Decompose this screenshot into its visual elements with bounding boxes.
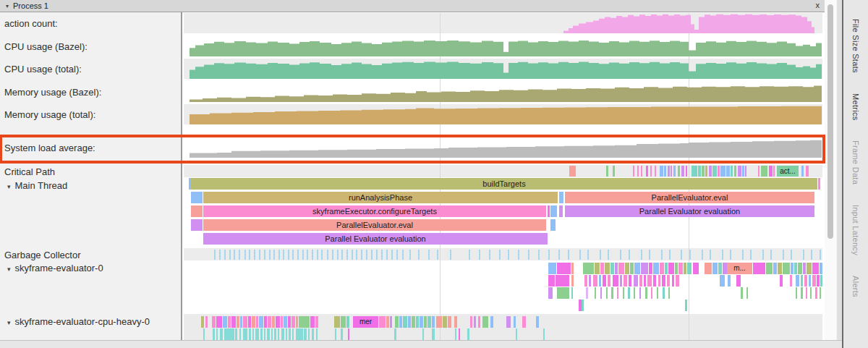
trace-slice[interactable]: [676, 275, 679, 287]
counter-chart-memory-usage-bazel[interactable]: [184, 82, 825, 102]
trace-slice[interactable]: [229, 250, 231, 260]
vertical-scrollbar-thumb[interactable]: [827, 4, 833, 239]
counter-chart-action-count[interactable]: [184, 13, 825, 33]
trace-slice[interactable]: [649, 250, 650, 260]
counter-chart-memory-usage-total[interactable]: [184, 104, 825, 124]
trace-slice[interactable]: [589, 275, 591, 287]
trace-slice[interactable]: [281, 328, 284, 340]
trace-slice[interactable]: [773, 166, 775, 177]
trace-slice[interactable]: [668, 287, 670, 299]
trace-slice[interactable]: [673, 166, 676, 177]
trace-slice[interactable]: [516, 328, 517, 340]
trace-slice[interactable]: [390, 316, 392, 328]
trace-slice[interactable]: [766, 263, 773, 274]
trace-slice[interactable]: [750, 250, 752, 260]
trace-slice[interactable]: [745, 166, 746, 177]
trace-slice[interactable]: [641, 166, 642, 177]
slice-parallelevaluator-eval[interactable]: ParallelEvaluator.eval: [565, 192, 814, 203]
trace-slice[interactable]: [327, 250, 328, 260]
trace-slice[interactable]: [352, 250, 353, 260]
trace-slice[interactable]: [289, 328, 291, 340]
trace-slice[interactable]: [675, 263, 678, 274]
trace-slice[interactable]: [668, 263, 674, 274]
trace-slice[interactable]: [341, 316, 346, 328]
trace-slice[interactable]: [639, 275, 642, 287]
trace-slice[interactable]: [812, 275, 816, 287]
trace-slice[interactable]: [506, 316, 511, 328]
trace-slice[interactable]: [214, 250, 216, 260]
trace-slice[interactable]: [686, 166, 687, 177]
slice-parallel-evaluator-evaluation[interactable]: Parallel Evaluator evaluation: [203, 233, 548, 245]
trace-slice[interactable]: [381, 250, 383, 260]
trace-slice[interactable]: [297, 250, 299, 260]
trace-slice[interactable]: [568, 250, 569, 260]
trace-slice[interactable]: [376, 250, 378, 260]
tab-frame-data[interactable]: Frame Data: [851, 140, 860, 184]
trace-slice[interactable]: [243, 328, 247, 340]
trace-slice[interactable]: [778, 263, 782, 274]
trace-slice[interactable]: [490, 316, 493, 328]
row-label-skyframe-evaluator-0[interactable]: ▾skyframe-evaluator-0: [0, 262, 184, 274]
trace-slice[interactable]: [801, 166, 804, 177]
trace-slice[interactable]: [810, 287, 812, 299]
trace-slice[interactable]: [315, 316, 318, 328]
trace-slice[interactable]: [288, 250, 289, 260]
counter-chart-cpu-usage-total[interactable]: [184, 59, 825, 79]
trace-slice[interactable]: [718, 263, 722, 274]
trace-slice[interactable]: [205, 316, 208, 328]
trace-slice[interactable]: [660, 263, 664, 274]
trace-slice[interactable]: [653, 263, 659, 274]
trace-slice[interactable]: [728, 275, 731, 287]
trace-slice[interactable]: [606, 166, 608, 177]
trace-slice[interactable]: [812, 263, 819, 274]
trace-slice[interactable]: [189, 178, 191, 190]
trace-slice[interactable]: [669, 250, 671, 260]
trace-slice[interactable]: [402, 250, 404, 260]
trace-slice[interactable]: [587, 250, 589, 260]
trace-slice[interactable]: [548, 263, 556, 274]
trace-slice[interactable]: [191, 205, 203, 217]
trace-slice[interactable]: [557, 287, 569, 299]
trace-slice[interactable]: [702, 166, 705, 177]
trace-slice[interactable]: [681, 250, 682, 260]
trace-slice[interactable]: [418, 250, 420, 260]
trace-slice[interactable]: [550, 205, 557, 217]
trace-slice[interactable]: [605, 263, 610, 274]
trace-slice[interactable]: [584, 275, 587, 287]
trace-slice[interactable]: [224, 328, 234, 340]
trace-slice[interactable]: [571, 287, 573, 299]
trace-slice[interactable]: [736, 275, 741, 287]
trace-slice[interactable]: [644, 275, 646, 287]
trace-slice[interactable]: [538, 250, 540, 260]
trace-slice[interactable]: [628, 287, 630, 299]
trace-slice[interactable]: [783, 250, 784, 260]
trace-slice[interactable]: [249, 250, 250, 260]
trace-slice[interactable]: [474, 316, 476, 328]
trace-slice[interactable]: [304, 328, 307, 340]
trace-slice[interactable]: [288, 316, 291, 328]
trace-slice[interactable]: [455, 328, 456, 340]
trace-slice[interactable]: [391, 250, 393, 260]
trace-slice[interactable]: [630, 263, 634, 274]
trace-slice[interactable]: [692, 166, 697, 177]
trace-slice[interactable]: [235, 328, 237, 340]
trace-slice[interactable]: [428, 250, 430, 260]
trace-slice[interactable]: [600, 263, 604, 274]
trace-slice[interactable]: [791, 263, 793, 274]
trace-slice[interactable]: [709, 166, 712, 177]
trace-slice[interactable]: [312, 328, 314, 340]
trace-slice[interactable]: [655, 166, 656, 177]
trace-slice[interactable]: [479, 250, 480, 260]
trace-slice[interactable]: [271, 328, 273, 340]
trace-slice[interactable]: [641, 250, 642, 260]
trace-slice[interactable]: [216, 328, 218, 340]
trace-slice[interactable]: [620, 250, 621, 260]
trace-slice[interactable]: [712, 263, 718, 274]
trace-slice[interactable]: [420, 316, 423, 328]
trace-slice[interactable]: [412, 316, 415, 328]
trace-slice[interactable]: [240, 316, 242, 328]
trace-slice[interactable]: [689, 250, 691, 260]
trace-slice[interactable]: [801, 275, 803, 287]
trace-slice[interactable]: [341, 250, 343, 260]
trace-slice[interactable]: [681, 166, 684, 177]
